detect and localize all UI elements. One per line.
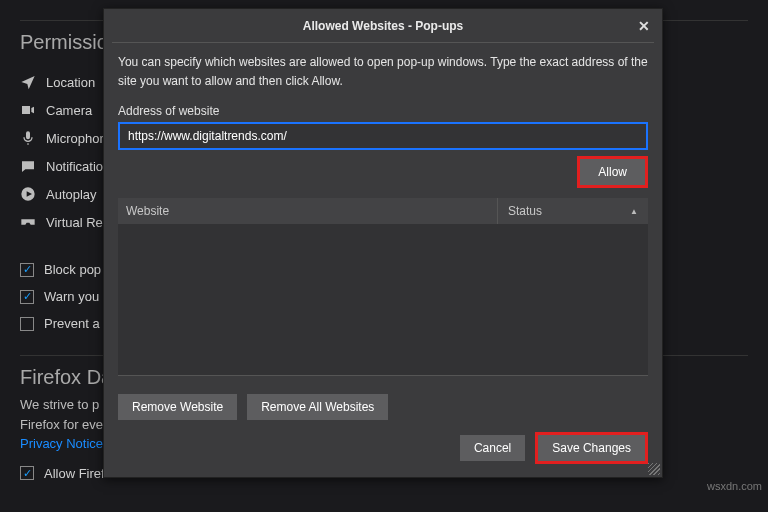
close-icon: ✕ bbox=[638, 18, 650, 34]
close-button[interactable]: ✕ bbox=[634, 16, 654, 36]
dialog-description: You can specify which websites are allow… bbox=[118, 53, 648, 90]
checkbox-icon bbox=[20, 466, 34, 480]
notification-icon bbox=[20, 158, 36, 174]
save-highlight: Save Changes bbox=[535, 432, 648, 464]
perm-label: Camera bbox=[46, 103, 92, 118]
save-changes-button[interactable]: Save Changes bbox=[538, 435, 645, 461]
address-label: Address of website bbox=[118, 104, 648, 118]
microphone-icon bbox=[20, 130, 36, 146]
checkbox-label: Warn you bbox=[44, 289, 99, 304]
perm-label: Location bbox=[46, 75, 95, 90]
perm-label: Virtual Re bbox=[46, 215, 103, 230]
location-icon bbox=[20, 74, 36, 90]
checkbox-label: Prevent a bbox=[44, 316, 100, 331]
allow-button[interactable]: Allow bbox=[580, 159, 645, 185]
column-status[interactable]: Status ▲ bbox=[498, 198, 648, 224]
websites-table: Website Status ▲ bbox=[118, 198, 648, 376]
sort-asc-icon: ▲ bbox=[630, 207, 638, 216]
allow-highlight: Allow bbox=[577, 156, 648, 188]
watermark: wsxdn.com bbox=[707, 480, 762, 492]
remove-all-button[interactable]: Remove All Websites bbox=[247, 394, 388, 420]
checkbox-icon bbox=[20, 317, 34, 331]
dialog-title: Allowed Websites - Pop-ups bbox=[303, 19, 463, 33]
privacy-notice-link[interactable]: Privacy Notice bbox=[20, 436, 103, 451]
camera-icon bbox=[20, 102, 36, 118]
table-body bbox=[118, 224, 648, 375]
checkbox-icon bbox=[20, 290, 34, 304]
resize-grip-icon[interactable] bbox=[648, 463, 660, 475]
checkbox-label: Block pop bbox=[44, 262, 101, 277]
cancel-button[interactable]: Cancel bbox=[460, 435, 525, 461]
vr-icon bbox=[20, 214, 36, 230]
autoplay-icon bbox=[20, 186, 36, 202]
remove-website-button[interactable]: Remove Website bbox=[118, 394, 237, 420]
address-input[interactable] bbox=[118, 122, 648, 150]
column-website[interactable]: Website bbox=[118, 198, 498, 224]
allowed-websites-dialog: Allowed Websites - Pop-ups ✕ You can spe… bbox=[103, 8, 663, 478]
checkbox-icon bbox=[20, 263, 34, 277]
perm-label: Autoplay bbox=[46, 187, 97, 202]
